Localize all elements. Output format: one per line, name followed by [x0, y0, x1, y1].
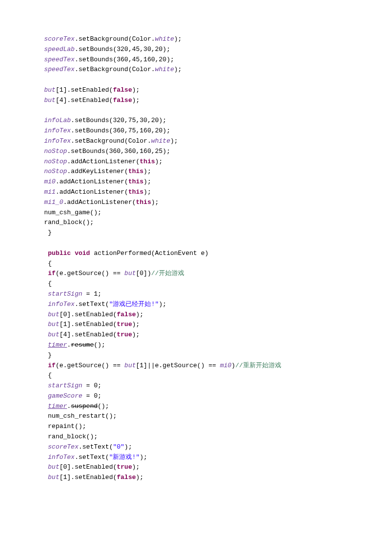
code-token: [1].setEnabled( — [55, 86, 113, 94]
code-token: "游戏已经开始!" — [109, 301, 159, 308]
code-line: speedLab.setBounds(320,45,30,20); — [44, 45, 348, 55]
code-token: ); — [132, 321, 140, 328]
code-token: ); — [144, 188, 151, 196]
code-token: .setText( — [78, 443, 113, 451]
code-token: [0].setEnabled( — [59, 311, 117, 318]
code-token: public void — [48, 250, 90, 257]
code-token: this — [136, 199, 151, 206]
code-token: white — [155, 35, 174, 43]
code-line: but[0].setEnabled(false); — [44, 310, 348, 320]
code-token: startSign — [48, 290, 82, 298]
code-token: false — [117, 311, 136, 318]
code-token: rand_block(); — [48, 433, 98, 440]
code-token: .setText( — [74, 454, 109, 461]
code-token: noStop — [44, 168, 67, 175]
code-line: speedTex.setBackground(Color.white); — [44, 65, 348, 75]
code-token: (e.getSource() == — [55, 270, 124, 277]
code-token: true — [117, 321, 132, 328]
code-line: but[4].setEnabled(true); — [44, 330, 348, 340]
code-line: but[1].setEnabled(false); — [44, 473, 348, 483]
code-token — [44, 270, 48, 277]
code-token: } — [48, 229, 52, 236]
code-line: infoTex.setBackground(Color.white); — [44, 136, 348, 147]
code-token: //重新开始游戏 — [235, 362, 281, 369]
code-line: infoLab.setBounds(320,75,30,20); — [44, 116, 348, 126]
code-line: startSign = 0; — [44, 381, 348, 391]
code-token: .addActionListener( — [63, 199, 136, 206]
code-line: mi0.addActionListener(this); — [44, 177, 348, 187]
code-token: ); — [144, 168, 151, 175]
code-token: (); — [98, 403, 109, 410]
code-line: but[0].setEnabled(true); — [44, 462, 348, 473]
code-line: timer.suspend(); — [44, 402, 348, 412]
code-line: noStop.addActionListener(this); — [44, 157, 348, 167]
code-token: .setBounds(360,75,160,20); — [71, 127, 171, 134]
code-line: infoTex.setText("游戏已经开始!"); — [44, 300, 348, 310]
code-line: timer.resume(); — [44, 340, 348, 351]
code-token: = 0; — [82, 382, 101, 389]
code-token: [1].setEnabled( — [59, 321, 117, 328]
code-token: mi1_0 — [44, 199, 63, 206]
code-token: infoLab — [44, 117, 71, 124]
code-token: "新游戏!" — [109, 454, 140, 461]
code-token: [0]) — [136, 270, 151, 277]
code-line: rand_block(); — [44, 432, 348, 442]
code-token: ); — [136, 311, 144, 318]
code-token: .addKeyListener( — [67, 168, 128, 175]
code-token: but — [44, 86, 55, 94]
code-token: ); — [136, 474, 144, 481]
code-line: { — [44, 371, 348, 381]
code-token: .setBounds(320,75,30,20); — [71, 117, 167, 124]
code-token: mi0 — [220, 362, 231, 369]
code-token: false — [117, 474, 136, 481]
code-token: .setBounds(360,45,160,20); — [74, 56, 174, 63]
code-token: this — [128, 188, 144, 196]
code-token: true — [117, 463, 132, 471]
code-token: infoTex — [44, 137, 71, 145]
code-token: . — [67, 403, 71, 410]
code-token: actionPerformed(ActionEvent e) — [90, 250, 209, 257]
code-token: (); — [94, 341, 105, 349]
code-token: noStop — [44, 148, 67, 155]
code-token: "0" — [113, 443, 124, 451]
code-token: ); — [174, 66, 182, 73]
code-token: rand_block(); — [44, 219, 94, 226]
code-line: num_csh_game(); — [44, 208, 348, 218]
code-token: white — [155, 66, 174, 73]
code-line: but[1].setEnabled(false); — [44, 85, 348, 96]
code-token: .addActionListener( — [67, 158, 140, 165]
code-token: resume — [71, 341, 94, 349]
code-token: speedTex — [44, 56, 74, 63]
code-token: but — [44, 97, 55, 104]
code-token: but — [48, 474, 59, 481]
code-block: scoreTex.setBackground(Color.white);spee… — [44, 34, 348, 483]
code-line: repaint(); — [44, 422, 348, 432]
code-token: ); — [124, 443, 132, 451]
code-token: false — [113, 97, 132, 104]
code-token: [1].setEnabled( — [59, 474, 117, 481]
code-token: .setBounds(320,45,30,20); — [74, 46, 170, 53]
code-token: timer — [48, 341, 67, 349]
code-token: infoTex — [48, 301, 75, 308]
code-line: but[1].setEnabled(true); — [44, 320, 348, 330]
code-line: mi1.addActionListener(this); — [44, 187, 348, 198]
code-token: repaint(); — [48, 423, 86, 430]
code-token: speedLab — [44, 46, 74, 53]
code-token: ); — [132, 331, 140, 338]
code-line: public void actionPerformed(ActionEvent … — [44, 249, 348, 259]
code-token: suspend — [71, 403, 98, 410]
code-line: rand_block(); — [44, 218, 348, 228]
code-token: [4].setEnabled( — [59, 331, 117, 338]
code-token: ); — [155, 158, 163, 165]
code-token: infoTex — [44, 127, 71, 134]
code-token: ); — [159, 301, 167, 308]
code-line: gameScore = 0; — [44, 391, 348, 402]
code-line: num_csh_restart(); — [44, 411, 348, 422]
code-line: } — [44, 351, 348, 361]
code-line: noStop.addKeyListener(this); — [44, 167, 348, 177]
code-line: noStop.setBounds(360,360,160,25); — [44, 147, 348, 157]
code-token: ); — [151, 199, 159, 206]
code-token: if — [48, 270, 56, 277]
code-token: num_csh_restart(); — [48, 412, 117, 420]
code-page: scoreTex.setBackground(Color.white);spee… — [0, 0, 392, 512]
